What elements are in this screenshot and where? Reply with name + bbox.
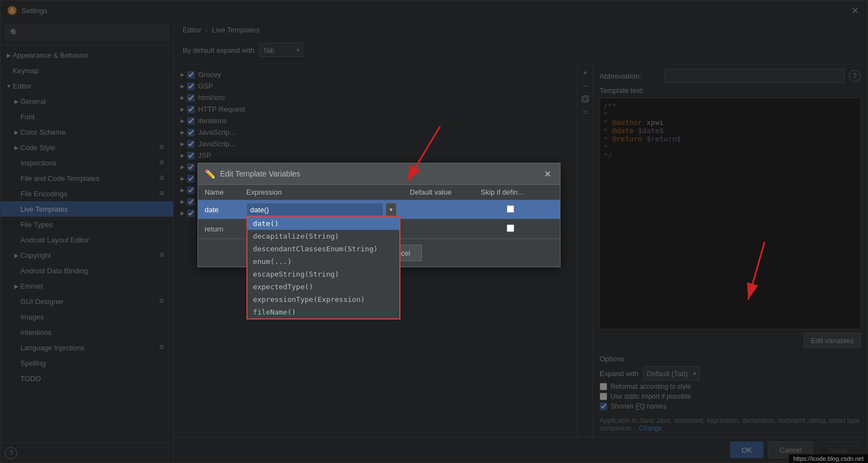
row-skip-date — [474, 200, 547, 219]
dropdown-item-escape[interactable]: escapeString(String) — [248, 268, 399, 280]
modal-title-left: ✏️ Edit Template Variables — [205, 169, 300, 179]
row-default-date — [403, 200, 474, 219]
expression-dropdown-list: date() decapitalize(String) descendantCl… — [246, 216, 400, 319]
dropdown-container: ▾ date() decapitalize(String) descendant… — [246, 203, 397, 216]
dropdown-item-date[interactable]: date() — [248, 217, 399, 230]
expression-dropdown-btn[interactable]: ▾ — [386, 203, 397, 216]
dropdown-item-expected[interactable]: expectedType() — [248, 280, 399, 293]
expression-input-date[interactable] — [246, 203, 383, 216]
col-scroll — [547, 185, 560, 200]
skip-checkbox-return[interactable] — [507, 224, 514, 232]
scroll-spacer — [547, 200, 560, 219]
col-default: Default value — [403, 185, 474, 200]
dropdown-item-filename[interactable]: fileName() — [248, 306, 399, 318]
table-row-date: date ▾ date() decapitalize(Stri — [198, 200, 560, 219]
skip-checkbox-date[interactable] — [507, 205, 514, 213]
row-skip-return — [474, 219, 547, 239]
col-skip: Skip if defin... — [474, 185, 547, 200]
row-name-return: return — [198, 219, 240, 239]
modal-title-icon: ✏️ — [205, 169, 216, 179]
expr-cell: ▾ — [246, 203, 397, 216]
url-bar: https://icode.blog.csdn.net — [789, 454, 868, 463]
col-name: Name — [198, 185, 240, 200]
modal-close-button[interactable]: ✕ — [541, 168, 553, 180]
variables-table: Name Expression Default value Skip if de… — [198, 185, 560, 239]
dropdown-item-descendant[interactable]: descendantClassesEnum(String) — [248, 242, 399, 255]
row-default-return — [403, 219, 474, 239]
row-name-date: date — [198, 200, 240, 219]
edit-template-variables-modal: ✏️ Edit Template Variables ✕ Name Expres… — [197, 163, 561, 267]
modal-title-text: Edit Template Variables — [220, 169, 300, 178]
modal-body: Name Expression Default value Skip if de… — [198, 185, 560, 239]
dropdown-item-expression-type[interactable]: expressionType(Expression) — [248, 293, 399, 306]
modal-title-bar: ✏️ Edit Template Variables ✕ — [198, 163, 560, 185]
modal-overlay: ✏️ Edit Template Variables ✕ Name Expres… — [0, 0, 868, 463]
col-expression: Expression — [240, 185, 403, 200]
dropdown-item-enum[interactable]: enum(...) — [248, 255, 399, 268]
dropdown-item-decapitalize[interactable]: decapitalize(String) — [248, 230, 399, 242]
scroll-spacer2 — [547, 219, 560, 239]
row-expr-date: ▾ date() decapitalize(String) descendant… — [240, 200, 403, 219]
